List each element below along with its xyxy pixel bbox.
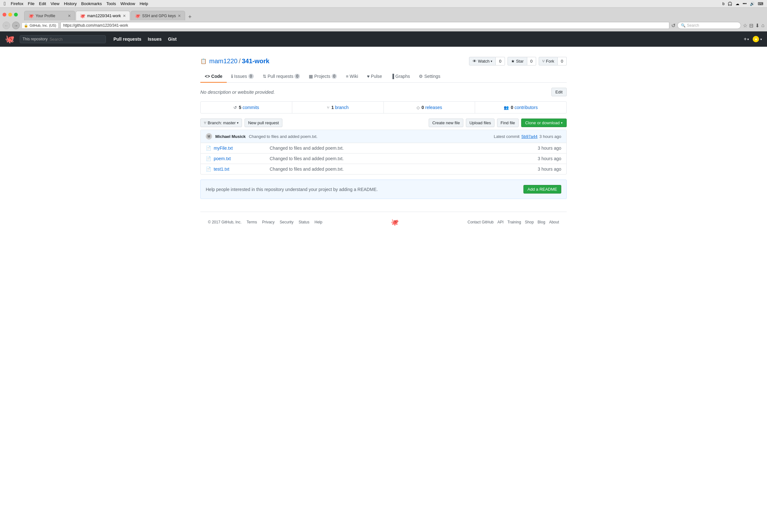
reader-view-icon[interactable]: ⊟ [749,23,753,29]
branches-icon: ⑂ [327,105,329,110]
menu-items[interactable]: Firefox File Edit View History Bookmarks… [11,1,148,6]
star-group: ★ Star 0 [508,57,536,65]
download-icon[interactable]: ⬇ [755,23,759,29]
tab-close-341[interactable]: ✕ [123,14,126,18]
security-info: 🔒 GitHub, Inc. (US) [22,23,58,29]
new-item-button[interactable]: + ▾ [744,36,749,42]
create-new-file-button[interactable]: Create new file [429,119,463,127]
footer-help-link[interactable]: Help [314,220,322,224]
github-logo[interactable]: 🐙 [5,35,15,44]
github-search-input[interactable] [50,37,103,42]
apple-logo:  [4,1,6,7]
footer-training-link[interactable]: Training [508,220,521,224]
tab-ssh-keys[interactable]: 🐙 SSH and GPG keys ✕ [131,11,185,20]
tab-title-ssh: SSH and GPG keys [142,14,176,18]
footer-status-link[interactable]: Status [298,220,309,224]
address-input[interactable] [60,22,670,29]
file-commit-2: Changed to files and added poem.txt. [264,167,538,172]
commits-stat[interactable]: ↺ 5 commits [201,102,292,113]
tab-close-ssh[interactable]: ✕ [178,14,181,18]
watch-button[interactable]: 👁 Watch ▾ [469,57,496,65]
lock-icon: 🔒 [24,24,28,28]
repo-breadcrumb: 📋 mam1220 / 341-work [200,58,269,65]
upload-files-button[interactable]: Upload files [466,119,495,127]
github-search-wrapper[interactable]: This repository [20,35,106,43]
star-icon: ★ [511,59,515,64]
tab-pulse[interactable]: ♥ Pulse [362,71,387,83]
tab-graphs[interactable]: ▐ Graphs [387,71,414,83]
repo-description: No description or website provided. Edit [200,83,567,101]
github-header: 🐙 This repository Pull requests Issues G… [0,31,767,47]
menu-bookmarks[interactable]: Bookmarks [81,1,102,6]
footer-security-link[interactable]: Security [280,220,293,224]
menu-help[interactable]: Help [140,1,148,6]
footer-api-link[interactable]: API [497,220,503,224]
branch-selector-button[interactable]: ⑂ Branch: master ▾ [200,119,242,127]
header-pull-requests-link[interactable]: Pull requests [113,37,141,42]
new-tab-button[interactable]: + [186,14,194,20]
tab-issues[interactable]: ℹ Issues 0 [227,71,258,83]
file-name-link-0[interactable]: myFile.txt [214,146,264,151]
back-button[interactable]: ← [3,22,10,29]
close-window-btn[interactable] [3,13,6,17]
menu-edit[interactable]: Edit [39,1,46,6]
releases-stat[interactable]: ◇ 0 releases [384,102,476,113]
tab-341-work[interactable]: 🐙 mam1220/341-work ✕ [76,11,130,20]
star-button[interactable]: ★ Star [508,57,527,65]
clone-download-button[interactable]: Clone or download ▾ [521,119,567,127]
menu-tools[interactable]: Tools [106,1,116,6]
tab-projects[interactable]: ▦ Projects 0 [304,71,341,83]
repo-nav: <> Code ℹ Issues 0 ⇅ Pull requests 0 ▦ P… [200,71,567,83]
header-gist-link[interactable]: Gist [168,37,176,42]
footer-privacy-link[interactable]: Privacy [262,220,274,224]
plus-icon: + [744,36,747,42]
footer-about-link[interactable]: About [549,220,559,224]
repo-header: 📋 mam1220 / 341-work 👁 Watch ▾ 0 ★ Star … [200,52,567,68]
owner-link[interactable]: mam1220 [209,58,237,65]
reload-button[interactable]: ↺ [671,23,675,29]
commit-sha-link[interactable]: 5b97a44 [522,134,538,139]
footer-terms-link[interactable]: Terms [247,220,257,224]
branches-link[interactable]: 1 branch [331,105,349,110]
commits-link[interactable]: 5 commits [239,105,259,110]
contributors-stat[interactable]: 👥 0 contributors [475,102,566,113]
branches-stat[interactable]: ⑂ 1 branch [292,102,384,113]
minimize-window-btn[interactable] [8,13,12,17]
forward-button[interactable]: → [12,22,20,29]
tab-code[interactable]: <> Code [200,71,227,83]
tab-pull-requests[interactable]: ⇅ Pull requests 0 [258,71,305,83]
repo-name-link[interactable]: 341-work [242,58,270,65]
header-issues-link[interactable]: Issues [148,37,162,42]
tab-close-profile[interactable]: ✕ [68,14,71,18]
tab-your-profile[interactable]: 🐙 Your Profile ✕ [24,11,75,20]
commit-header-row: M Michael Musick Changed to files and ad… [201,130,566,143]
add-readme-button[interactable]: Add a README [524,185,561,194]
footer-blog-link[interactable]: Blog [538,220,545,224]
menu-history[interactable]: History [64,1,77,6]
user-menu-button[interactable]: ★ ▾ [753,36,762,42]
browser-search-bar[interactable]: 🔍 Search [677,22,741,29]
new-pull-request-button[interactable]: New pull request [244,119,282,127]
home-icon[interactable]: ⌂ [761,23,764,28]
footer-contact-link[interactable]: Contact GitHub [468,220,494,224]
commit-author-name: Michael Musick [215,134,245,139]
file-name-link-2[interactable]: test1.txt [214,167,264,172]
maximize-window-btn[interactable] [14,13,18,17]
fork-button[interactable]: ⑂ Fork [539,57,558,65]
tab-settings[interactable]: ⚙ Settings [414,71,445,83]
tab-wiki[interactable]: ≡ Wiki [341,71,362,83]
menu-window[interactable]: Window [120,1,135,6]
menu-file[interactable]: File [28,1,35,6]
contributors-link[interactable]: 0 contributors [511,105,538,110]
file-commit-0: Changed to files and added poem.txt. [264,146,538,151]
edit-description-button[interactable]: Edit [551,88,567,96]
menu-firefox[interactable]: Firefox [11,1,24,6]
menu-view[interactable]: View [51,1,59,6]
github-header-right: + ▾ ★ ▾ [744,36,762,42]
find-file-button[interactable]: Find file [497,119,519,127]
bookmark-icon[interactable]: ☆ [743,23,747,29]
footer-shop-link[interactable]: Shop [525,220,534,224]
branch-icon: ⑂ [204,120,206,125]
file-name-link-1[interactable]: poem.txt [214,156,264,161]
releases-link[interactable]: 0 releases [422,105,442,110]
